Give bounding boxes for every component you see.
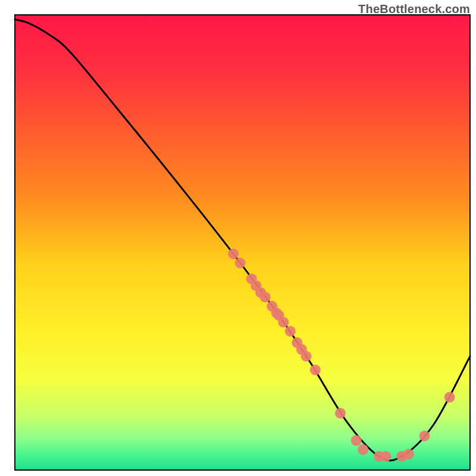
data-point <box>228 249 239 259</box>
data-point <box>278 317 289 327</box>
data-point <box>380 451 391 462</box>
plot-background <box>15 15 470 470</box>
bottleneck-chart <box>0 0 476 476</box>
data-point <box>310 365 321 375</box>
data-point <box>358 444 368 455</box>
data-point <box>285 326 296 337</box>
chart-frame: TheBottleneck.com <box>0 0 476 476</box>
data-point <box>444 392 455 403</box>
data-point <box>351 435 362 446</box>
data-point <box>403 449 414 459</box>
data-point <box>235 258 246 268</box>
data-point <box>301 351 312 362</box>
data-point <box>260 292 271 302</box>
data-point <box>419 431 430 441</box>
data-point <box>335 408 346 418</box>
